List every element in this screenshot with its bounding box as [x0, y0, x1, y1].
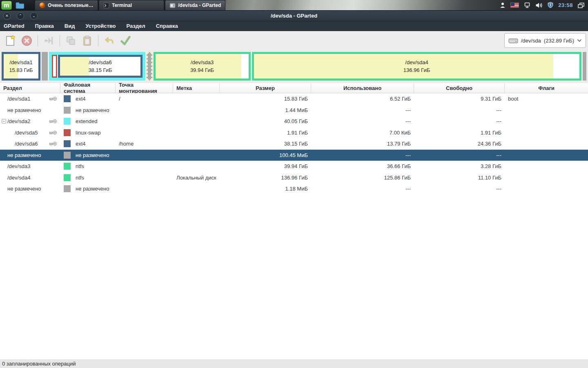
fs-color-swatch [64, 129, 71, 136]
window-title: /dev/sda - GParted [178, 2, 221, 8]
window-title: Terminal [112, 2, 132, 8]
segment-name: /dev/sda6 [89, 58, 111, 66]
diskbar-sda1[interactable]: /dev/sda1 15.83 ГиБ [2, 52, 40, 81]
undo-icon [104, 35, 115, 46]
col-mountpoint: Точка монтирования [116, 83, 173, 93]
menubar: GParted Правка Вид Устройство Раздел Спр… [0, 21, 588, 31]
key-icon [49, 119, 57, 123]
fs-color-swatch [64, 185, 71, 192]
user-icon[interactable] [499, 2, 506, 9]
keyboard-layout-us-flag-icon[interactable] [510, 2, 519, 8]
diskbar-sda2-extended[interactable]: /dev/sda6 38.15 ГиБ [49, 52, 145, 81]
menu-view[interactable]: Вид [59, 21, 80, 31]
menu-help[interactable]: Справка [151, 21, 183, 31]
taskbar-window-gparted[interactable]: /dev/sda - GParted [165, 0, 225, 10]
taskbar: m Очень полезные к... Terminal /dev/sda … [0, 0, 588, 11]
table-row-unallocated[interactable]: не размечено не размечено 1.44 МиБ --- -… [0, 105, 588, 116]
partition-table: /dev/sda1 ext4 / 15.83 ГиБ 6.52 ГиБ 9.31… [0, 93, 588, 195]
col-used: Использовано [311, 83, 414, 93]
device-name: /dev/sda [521, 38, 541, 44]
apply-icon [120, 35, 131, 46]
delete-partition-icon [21, 35, 32, 46]
table-row-sda6[interactable]: /dev/sda6 ext4 /home 38.15 ГиБ 13.79 ГиБ… [0, 138, 588, 150]
table-empty-area [0, 195, 588, 359]
menu-gparted[interactable]: GParted [0, 21, 30, 31]
new-partition-button[interactable] [3, 34, 17, 47]
collapse-expander-icon[interactable]: − [2, 119, 6, 123]
segment-size: 38.15 ГиБ [88, 66, 112, 74]
col-partition: Раздел [0, 83, 60, 93]
file-manager-icon[interactable] [13, 0, 26, 10]
copy-icon [65, 35, 76, 46]
col-filesystem: Файловая система [60, 83, 116, 93]
paste-button[interactable] [80, 34, 94, 47]
table-row-sda2[interactable]: −/dev/sda2 extended 40.05 ГиБ --- --- [0, 116, 588, 127]
col-size: Размер [220, 83, 311, 93]
fs-color-swatch [64, 118, 71, 125]
segment-size: 136.96 ГиБ [403, 66, 430, 74]
new-partition-icon [5, 35, 16, 46]
col-label: Метка [173, 83, 220, 93]
copy-button[interactable] [64, 34, 78, 47]
windows-icon[interactable] [577, 2, 585, 9]
fs-color-swatch [64, 95, 71, 102]
volume-icon[interactable] [535, 2, 543, 9]
table-row-unallocated-end[interactable]: не размечено не размечено 1.18 МиБ --- -… [0, 183, 588, 195]
diskbar-sda4[interactable]: /dev/sda4 136.96 ГиБ [252, 52, 581, 81]
table-row-sda3[interactable]: /dev/sda3 ntfs 39.94 ГиБ 36.66 ГиБ 3.28 … [0, 161, 588, 172]
col-flags: Флаги [505, 83, 588, 93]
segment-size: 39.94 ГиБ [190, 66, 214, 74]
diskbar-unallocated-2[interactable] [583, 52, 586, 81]
firefox-icon [39, 2, 45, 9]
fs-color-swatch [64, 163, 71, 170]
disk-visual-bar: /dev/sda1 15.83 ГиБ /dev/sda6 38.15 ГиБ … [0, 50, 588, 83]
window-title: /dev/sda - GParted [0, 13, 588, 19]
table-row-sda5[interactable]: /dev/sda5 linux-swap 1.91 ГиБ 7.00 КиБ 1… [0, 127, 588, 139]
menu-partition[interactable]: Раздел [121, 21, 151, 31]
statusbar: 0 запланированных операций [0, 359, 588, 368]
segment-name: /dev/sda1 [9, 58, 32, 66]
key-icon [49, 130, 57, 135]
toolbar: /dev/sda (232.89 ГиБ) [0, 31, 588, 50]
diskbar-unallocated-selected[interactable] [147, 52, 152, 81]
delete-partition-button[interactable] [20, 34, 33, 47]
pending-operations-text: 0 запланированных операций [2, 361, 76, 367]
segment-name: /dev/sda3 [191, 58, 214, 66]
fs-color-swatch [64, 174, 71, 181]
network-icon[interactable] [523, 2, 531, 9]
menu-edit[interactable]: Правка [30, 21, 59, 31]
taskbar-clock[interactable]: 23:58 [558, 2, 573, 8]
taskbar-window-firefox[interactable]: Очень полезные к... [35, 0, 98, 10]
update-shield-icon[interactable] [547, 2, 554, 9]
paste-icon [82, 35, 93, 46]
table-row-sda4[interactable]: /dev/sda4 ntfs Локальный диск 136.96 ГиБ… [0, 172, 588, 184]
device-selector[interactable]: /dev/sda (232.89 ГиБ) [504, 33, 586, 48]
taskbar-window-terminal[interactable]: Terminal [99, 0, 164, 10]
apply-button[interactable] [118, 34, 132, 47]
menu-device[interactable]: Устройство [80, 21, 121, 31]
fs-color-swatch [64, 107, 71, 114]
terminal-icon [103, 2, 109, 9]
fs-color-swatch [64, 140, 71, 147]
key-icon [49, 141, 57, 146]
diskbar-sda3[interactable]: /dev/sda3 39.94 ГиБ [154, 52, 251, 81]
titlebar[interactable]: ✕ ⌃ ⌄ /dev/sda - GParted [0, 11, 588, 21]
chevron-down-icon [577, 39, 582, 42]
undo-button[interactable] [102, 34, 116, 47]
hard-drive-icon [508, 36, 518, 45]
diskbar-sda5-swap[interactable] [52, 55, 57, 78]
window-title: Очень полезные к... [48, 2, 94, 8]
col-free: Свободно [414, 83, 505, 93]
table-row-sda1[interactable]: /dev/sda1 ext4 / 15.83 ГиБ 6.52 ГиБ 9.31… [0, 93, 588, 105]
segment-size: 15.83 ГиБ [9, 66, 33, 74]
system-tray: 23:58 [499, 2, 588, 9]
resize-move-icon [43, 35, 54, 46]
diskbar-unallocated-1[interactable] [42, 52, 48, 81]
key-icon [49, 96, 57, 101]
diskbar-sda6[interactable]: /dev/sda6 38.15 ГиБ [58, 55, 143, 78]
segment-name: /dev/sda4 [405, 58, 428, 66]
table-row-unallocated-selected[interactable]: не размечено не размечено 100.45 МиБ ---… [0, 150, 588, 161]
mint-menu-button[interactable]: m [1, 1, 12, 10]
gparted-icon [169, 2, 176, 9]
resize-move-button[interactable] [42, 34, 56, 47]
